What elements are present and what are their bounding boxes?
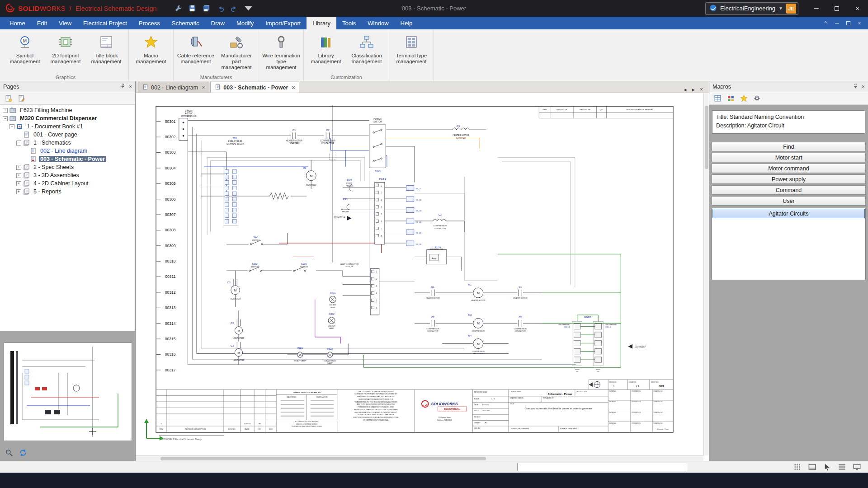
tab-close-icon[interactable]: ×: [292, 84, 295, 91]
menu-item-edit[interactable]: Edit: [31, 17, 53, 29]
macro-button-command[interactable]: Command: [712, 185, 866, 195]
schematic-label: LAMP: [330, 306, 335, 309]
account-menu[interactable]: ElectricalEngineering ▼ JE: [705, 2, 798, 15]
tree-item-1-schematics[interactable]: −1 - Schematics: [0, 139, 135, 147]
expander-icon[interactable]: −: [16, 141, 21, 145]
tree-item-1-document-book-1[interactable]: −1 - Document Book #1: [0, 122, 135, 131]
macro-button-motor-start[interactable]: Motor start: [712, 153, 866, 162]
horizontal-scrollbar[interactable]: [136, 455, 703, 461]
tree-item-m320-commercial-dispenser[interactable]: −M320 Commercial Dispenser: [0, 114, 135, 122]
save-icon[interactable]: [188, 4, 197, 13]
cable-reference-management-button[interactable]: Cable reference management: [176, 32, 216, 65]
tree-item-003-schematic-power[interactable]: 003 - Schematic - Power: [0, 155, 135, 163]
tab-close-icon[interactable]: ×: [202, 84, 205, 91]
document-tab-002-line-diagram[interactable]: 002 - Line diagram×: [138, 82, 209, 93]
macro-list[interactable]: Agitator Circuits: [712, 208, 866, 280]
expander-icon[interactable]: −: [9, 124, 14, 129]
classification-management-button[interactable]: Classification management: [347, 32, 387, 65]
favorites-star-icon[interactable]: [739, 94, 749, 103]
expander-icon[interactable]: +: [3, 108, 8, 113]
tree-item-3-3d-assemblies[interactable]: +3 - 3D Assemblies: [0, 171, 135, 179]
doc-close-button[interactable]: ×: [854, 17, 864, 29]
macro-button-power-supply[interactable]: Power supply: [712, 174, 866, 184]
terminal-type-management-button[interactable]: Terminal type management: [392, 32, 431, 65]
expander-icon[interactable]: +: [16, 189, 21, 194]
menu-item-process[interactable]: Process: [133, 17, 166, 29]
expander-icon[interactable]: +: [16, 173, 21, 178]
palette-icon[interactable]: [726, 94, 736, 103]
doc-restore-button[interactable]: [843, 17, 853, 29]
thumbnail-preview[interactable]: [4, 343, 132, 441]
collapse-ribbon-icon[interactable]: ^: [821, 17, 830, 29]
user-avatar[interactable]: JE: [786, 4, 796, 14]
wrench-icon[interactable]: [174, 4, 183, 13]
pin-icon[interactable]: [120, 84, 125, 90]
close-button[interactable]: ×: [847, 0, 868, 17]
vertical-scrollbar-thumb[interactable]: [705, 106, 708, 169]
close-panel-icon[interactable]: ×: [129, 84, 132, 90]
restore-button[interactable]: [826, 0, 847, 17]
schematic-canvas[interactable]: 12345678123456K3_J1K3_J2K3_J3K3_J4K3_J5K…: [136, 93, 709, 461]
macro-management-button[interactable]: Macro management: [131, 32, 171, 65]
tab-close-icon[interactable]: ×: [700, 86, 703, 93]
vertical-scrollbar[interactable]: [703, 93, 709, 455]
save-all-icon[interactable]: [202, 4, 211, 13]
menu-item-home[interactable]: Home: [4, 17, 31, 29]
macro-button-user[interactable]: User: [712, 196, 866, 206]
2d-footprint-management-button[interactable]: 2D footprint management: [46, 32, 85, 65]
tree-item-5-reports[interactable]: +5 - Reports: [0, 188, 135, 196]
wire-number: 00307: [165, 212, 176, 217]
expander-icon[interactable]: −: [3, 116, 8, 121]
horizontal-scrollbar-thumb[interactable]: [160, 457, 486, 460]
minimize-button[interactable]: [806, 0, 826, 17]
svg-text:UNSPECIFIED TOLERANCES: UNSPECIFIED TOLERANCES: [293, 391, 321, 394]
grid-view-icon[interactable]: [712, 94, 722, 103]
expander-icon[interactable]: +: [16, 165, 21, 170]
menu-item-window[interactable]: Window: [362, 17, 394, 29]
menu-item-electrical-project[interactable]: Electrical Project: [77, 17, 133, 29]
manufacturer-part-management-button[interactable]: Manufacturer part management: [217, 32, 256, 71]
cursor-icon[interactable]: [822, 462, 832, 472]
wire-termination-type-management-button[interactable]: Wire termination type management: [261, 32, 301, 71]
macro-button-find[interactable]: Find: [712, 142, 866, 151]
customize-caret-icon[interactable]: [244, 4, 253, 13]
tree-item-f623-filling-machine[interactable]: +F623 Filling Machine: [0, 106, 135, 114]
tab-scroll-left-icon[interactable]: ◄: [683, 87, 687, 92]
status-input[interactable]: [517, 463, 687, 471]
macro-list-item-selected[interactable]: Agitator Circuits: [712, 209, 865, 218]
svg-text:K3_J6: K3_J6: [415, 243, 421, 245]
redo-icon[interactable]: [230, 4, 239, 13]
menu-item-schematic[interactable]: Schematic: [166, 17, 205, 29]
macro-button-motor-command[interactable]: Motor command: [712, 164, 866, 173]
tree-item-4-2d-cabinet-layout[interactable]: +4 - 2D Cabinet Layout: [0, 179, 135, 188]
screen-icon[interactable]: [852, 462, 862, 472]
undo-icon[interactable]: [216, 4, 225, 13]
tree-item-2-spec-sheets[interactable]: +2 - Spec Sheets: [0, 163, 135, 171]
menu-item-tools[interactable]: Tools: [336, 17, 362, 29]
dot-grid-icon[interactable]: [792, 462, 802, 472]
menu-item-help[interactable]: Help: [395, 17, 419, 29]
menu-item-draw[interactable]: Draw: [205, 17, 231, 29]
expander-icon[interactable]: +: [16, 181, 21, 186]
pin-icon[interactable]: [853, 84, 858, 90]
doc-minimize-button[interactable]: [832, 17, 842, 29]
tree-item-001-cover-page[interactable]: 001 - Cover page: [0, 131, 135, 139]
document-tab-003-schematic-power[interactable]: 003 - Schematic - Power×: [210, 82, 299, 93]
new-page-icon[interactable]: [3, 94, 13, 103]
page-properties-icon[interactable]: [16, 94, 26, 103]
menu-item-library[interactable]: Library: [307, 17, 336, 29]
preview-icon[interactable]: [4, 448, 14, 458]
tab-scroll-right-icon[interactable]: ►: [691, 87, 696, 92]
list-lines-icon[interactable]: [837, 462, 847, 472]
library-management-button[interactable]: Library management: [306, 32, 346, 65]
tree-item-002-line-diagram[interactable]: 002 - Line diagram: [0, 147, 135, 155]
manage-icon[interactable]: [752, 94, 762, 103]
symbol-management-button[interactable]: MSymbol management: [5, 32, 45, 65]
refresh-icon[interactable]: [18, 448, 28, 458]
close-panel-icon[interactable]: ×: [862, 84, 865, 90]
touchpad-icon[interactable]: [807, 462, 817, 472]
menu-item-view[interactable]: View: [53, 17, 77, 29]
title-block-management-button[interactable]: Title block management: [86, 32, 126, 65]
menu-item-import-export[interactable]: Import/Export: [259, 17, 307, 29]
menu-item-modify[interactable]: Modify: [231, 17, 259, 29]
